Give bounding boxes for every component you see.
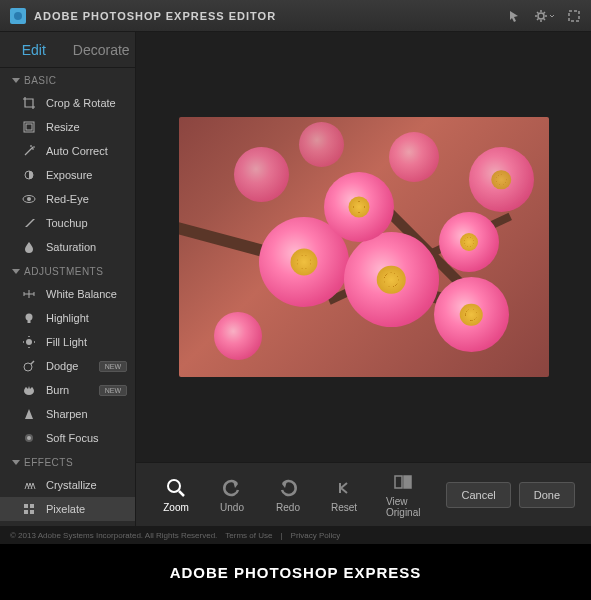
item-label: Red-Eye	[46, 193, 89, 205]
svg-point-9	[26, 339, 32, 345]
tool-label: Redo	[276, 502, 300, 513]
resize-icon	[22, 120, 36, 134]
copyright-text: © 2013 Adobe Systems Incorporated. All R…	[10, 531, 217, 540]
section-label: ADJUSTMENTS	[24, 266, 103, 277]
tool-crystallize[interactable]: Crystallize	[0, 473, 135, 497]
item-label: Highlight	[46, 312, 89, 324]
tool-crop-rotate[interactable]: Crop & Rotate	[0, 91, 135, 115]
item-label: Sharpen	[46, 408, 88, 420]
page-caption: ADOBE PHOTOSHOP EXPRESS	[0, 544, 591, 600]
tool-pop-color[interactable]: Pop Color	[0, 521, 135, 526]
item-label: Saturation	[46, 241, 96, 253]
section-effects[interactable]: EFFECTS	[0, 450, 135, 473]
main-area: Edit Decorate BASIC Crop & Rotate Resize…	[0, 32, 591, 526]
title-actions	[508, 9, 581, 23]
exposure-icon	[22, 168, 36, 182]
redo-icon	[277, 477, 299, 499]
privacy-link[interactable]: Privacy Policy	[291, 531, 341, 540]
chevron-down-icon	[12, 460, 20, 465]
tool-red-eye[interactable]: Red-Eye	[0, 187, 135, 211]
chevron-down-icon	[12, 78, 20, 83]
new-badge: NEW	[99, 385, 127, 396]
pointer-icon[interactable]	[508, 9, 522, 23]
redo-button[interactable]: Redo	[264, 473, 312, 517]
eye-icon	[22, 192, 36, 206]
sidebar: Edit Decorate BASIC Crop & Rotate Resize…	[0, 32, 136, 526]
crystal-icon	[22, 478, 36, 492]
reset-icon	[333, 477, 355, 499]
section-label: EFFECTS	[24, 457, 73, 468]
tool-soft-focus[interactable]: Soft Focus	[0, 426, 135, 450]
crop-icon	[22, 96, 36, 110]
tool-highlight[interactable]: Highlight	[0, 306, 135, 330]
tool-pixelate[interactable]: Pixelate	[0, 497, 135, 521]
brush-icon	[22, 216, 36, 230]
tool-auto-correct[interactable]: Auto Correct	[0, 139, 135, 163]
item-label: Pixelate	[46, 503, 85, 515]
svg-rect-3	[26, 124, 32, 130]
section-basic[interactable]: BASIC	[0, 68, 135, 91]
cancel-button[interactable]: Cancel	[446, 482, 510, 508]
done-button[interactable]: Done	[519, 482, 575, 508]
view-original-button[interactable]: View Original	[376, 467, 430, 522]
undo-icon	[221, 477, 243, 499]
tool-sharpen[interactable]: Sharpen	[0, 402, 135, 426]
svg-rect-16	[30, 510, 34, 514]
compare-icon	[392, 471, 414, 493]
content-area: Zoom Undo Redo Reset View Original Cance…	[136, 32, 591, 526]
terms-link[interactable]: Terms of Use	[225, 531, 272, 540]
item-label: Crystallize	[46, 479, 97, 491]
app-logo-icon	[10, 8, 26, 24]
section-adjustments[interactable]: ADJUSTMENTS	[0, 259, 135, 282]
sidebar-tabs: Edit Decorate	[0, 32, 135, 68]
tool-label: View Original	[386, 496, 420, 518]
tab-decorate[interactable]: Decorate	[68, 32, 136, 67]
photo-preview	[179, 117, 549, 377]
item-label: Crop & Rotate	[46, 97, 116, 109]
undo-button[interactable]: Undo	[208, 473, 256, 517]
reset-button[interactable]: Reset	[320, 473, 368, 517]
tool-fill-light[interactable]: Fill Light	[0, 330, 135, 354]
chevron-down-icon	[12, 269, 20, 274]
section-label: BASIC	[24, 75, 57, 86]
tool-label: Reset	[331, 502, 357, 513]
sharpen-icon	[22, 407, 36, 421]
item-label: Dodge	[46, 360, 78, 372]
tab-edit[interactable]: Edit	[0, 32, 68, 67]
tool-touchup[interactable]: Touchup	[0, 211, 135, 235]
item-label: Burn	[46, 384, 69, 396]
svg-rect-13	[24, 504, 28, 508]
item-label: Exposure	[46, 169, 92, 181]
zoom-button[interactable]: Zoom	[152, 473, 200, 517]
item-label: White Balance	[46, 288, 117, 300]
item-label: Fill Light	[46, 336, 87, 348]
new-badge: NEW	[99, 361, 127, 372]
svg-rect-15	[24, 510, 28, 514]
titlebar: ADOBE PHOTOSHOP EXPRESS EDITOR	[0, 0, 591, 32]
tool-dodge[interactable]: DodgeNEW	[0, 354, 135, 378]
svg-point-6	[27, 197, 31, 201]
sun-icon	[22, 335, 36, 349]
tool-exposure[interactable]: Exposure	[0, 163, 135, 187]
footer: © 2013 Adobe Systems Incorporated. All R…	[0, 526, 591, 544]
tool-saturation[interactable]: Saturation	[0, 235, 135, 259]
dodge-icon	[22, 359, 36, 373]
fullscreen-icon[interactable]	[567, 9, 581, 23]
burn-icon	[22, 383, 36, 397]
tool-label: Undo	[220, 502, 244, 513]
svg-rect-14	[30, 504, 34, 508]
tool-resize[interactable]: Resize	[0, 115, 135, 139]
app-window: ADOBE PHOTOSHOP EXPRESS EDITOR Edit Deco…	[0, 0, 591, 544]
item-label: Resize	[46, 121, 80, 133]
svg-point-10	[24, 363, 32, 371]
svg-point-7	[26, 314, 33, 321]
balance-icon	[22, 287, 36, 301]
wand-icon	[22, 144, 36, 158]
svg-point-18	[168, 480, 180, 492]
tool-burn[interactable]: BurnNEW	[0, 378, 135, 402]
canvas[interactable]	[136, 32, 591, 462]
tool-white-balance[interactable]: White Balance	[0, 282, 135, 306]
app-title: ADOBE PHOTOSHOP EXPRESS EDITOR	[34, 10, 508, 22]
gear-icon[interactable]	[534, 9, 555, 23]
item-label: Auto Correct	[46, 145, 108, 157]
